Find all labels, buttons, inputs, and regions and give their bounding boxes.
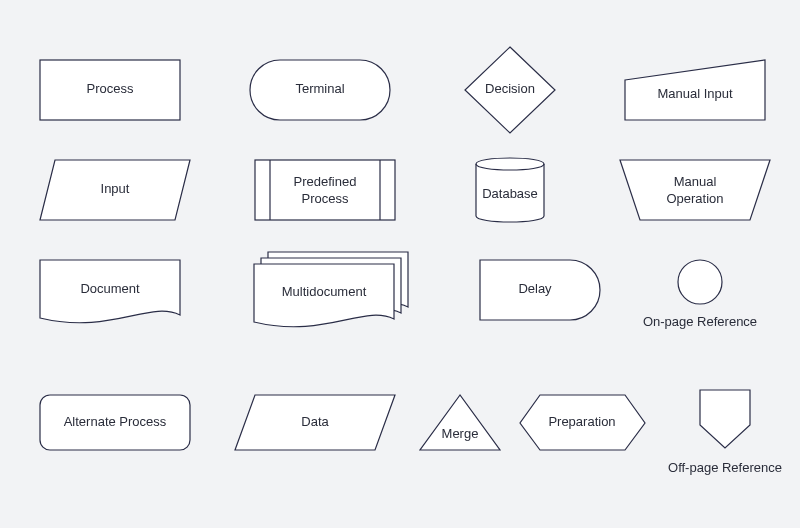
shape-multidocument: Multidocument (254, 252, 408, 327)
svg-point-5 (678, 260, 722, 304)
svg-rect-2 (255, 160, 395, 220)
label-data: Data (301, 414, 329, 429)
label-document: Document (80, 281, 140, 296)
label-manual-operation-1: Manual (674, 174, 717, 189)
label-process: Process (87, 81, 134, 96)
shape-data: Data (235, 395, 395, 450)
label-on-page-reference: On-page Reference (630, 314, 770, 329)
label-preparation: Preparation (548, 414, 615, 429)
shape-merge: Merge (420, 395, 500, 450)
shape-delay: Delay (480, 260, 600, 320)
label-merge: Merge (442, 426, 479, 441)
label-alternate-process: Alternate Process (64, 414, 167, 429)
label-predefined-process-2: Process (302, 191, 349, 206)
label-terminal: Terminal (295, 81, 344, 96)
shape-predefined-process: Predefined Process (255, 160, 395, 220)
shape-manual-operation: Manual Operation (620, 160, 770, 220)
shape-input: Input (40, 160, 190, 220)
label-manual-input: Manual Input (657, 86, 733, 101)
label-off-page-reference: Off-page Reference (655, 460, 795, 475)
shape-process: Process (40, 60, 180, 120)
shape-off-page-reference (700, 390, 750, 448)
shape-document: Document (40, 260, 180, 323)
label-manual-operation-2: Operation (666, 191, 723, 206)
label-predefined-process-1: Predefined (294, 174, 357, 189)
shape-preparation: Preparation (520, 395, 645, 450)
label-input: Input (101, 181, 130, 196)
shape-alternate-process: Alternate Process (40, 395, 190, 450)
label-database: Database (482, 186, 538, 201)
shape-manual-input: Manual Input (625, 60, 765, 120)
flowchart-shapes-diagram: Process Terminal Decision Manual Input I… (0, 0, 800, 528)
label-delay: Delay (518, 281, 552, 296)
shape-on-page-reference (678, 260, 722, 304)
label-decision: Decision (485, 81, 535, 96)
shape-database: Database (476, 158, 544, 222)
shape-terminal: Terminal (250, 60, 390, 120)
shape-decision: Decision (465, 47, 555, 133)
label-multidocument: Multidocument (282, 284, 367, 299)
